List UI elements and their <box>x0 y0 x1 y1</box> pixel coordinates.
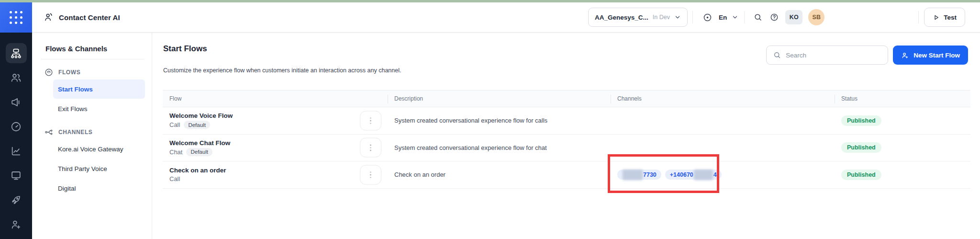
main-content: Start Flows Customize the experience flo… <box>152 33 980 239</box>
page: Contact Center AI AA_Genesys_C... In Dev… <box>0 0 980 239</box>
new-start-flow-button[interactable]: New Start Flow <box>893 46 968 65</box>
column-header-flow: Flow <box>163 91 388 107</box>
play-icon <box>933 14 940 21</box>
top-bar-right: AA_Genesys_C... In Dev En <box>588 8 965 27</box>
status-badge: Published <box>841 170 881 180</box>
channel-number-pill[interactable]: 7730 <box>617 170 661 180</box>
channels-cell: 7730 +1406704 <box>611 161 835 188</box>
row-actions-button[interactable] <box>360 138 381 158</box>
launch-icon[interactable] <box>6 190 27 210</box>
search-icon <box>773 51 781 59</box>
app-title-group: Contact Center AI <box>44 12 120 23</box>
sidebar-item-exit-flows[interactable]: Exit Flows <box>53 99 145 118</box>
target-icon[interactable] <box>702 12 713 23</box>
channel-number: 4 <box>713 171 717 178</box>
flows-icon[interactable] <box>6 43 27 63</box>
chevron-down-icon <box>674 14 681 21</box>
channel-number-pill[interactable]: +1406704 <box>665 170 722 180</box>
environment-status: In Dev <box>653 14 670 21</box>
divider <box>41 59 144 59</box>
default-tag: Default <box>186 148 212 156</box>
language-selector[interactable]: En <box>719 14 727 21</box>
column-header-channels: Channels <box>611 91 835 107</box>
channel-number: 7730 <box>643 171 657 178</box>
channels-cell <box>611 135 835 161</box>
sidebar-item-third-party-voice[interactable]: Third Party Voice <box>53 159 145 178</box>
help-icon[interactable] <box>769 12 779 22</box>
flow-name: Check on an order <box>169 167 226 174</box>
redacted-block <box>694 170 713 180</box>
search-box[interactable] <box>766 46 888 65</box>
test-button[interactable]: Test <box>924 8 965 27</box>
search-input[interactable] <box>786 52 881 59</box>
channels-cell <box>611 107 835 134</box>
top-bar: Contact Center AI AA_Genesys_C... In Dev… <box>0 2 980 33</box>
new-start-flow-label: New Start Flow <box>913 52 960 59</box>
chevron-down-icon[interactable] <box>732 14 738 21</box>
section-flows: FLOWS <box>32 68 152 77</box>
sidebar-item-digital[interactable]: Digital <box>53 179 145 198</box>
agents-icon[interactable] <box>6 68 27 88</box>
sidebar-item-start-flows[interactable]: Start Flows <box>53 80 145 99</box>
test-button-label: Test <box>944 14 957 21</box>
start-flows-table: Flow Description Channels Status Welcome… <box>163 90 970 189</box>
flow-name: Welcome Voice Flow <box>169 112 233 119</box>
dashboard-icon[interactable] <box>6 116 27 137</box>
flow-type: Chat <box>169 148 182 156</box>
column-header-status: Status <box>835 91 970 107</box>
table-row[interactable]: Welcome Chat Flow Chat Default System cr… <box>163 135 970 162</box>
status-cell: Published <box>835 107 970 134</box>
sidebar-item-kore-voice-gateway[interactable]: Kore.ai Voice Gateway <box>53 139 145 159</box>
section-label: FLOWS <box>58 69 80 76</box>
redacted-block <box>623 170 643 180</box>
row-actions-button[interactable] <box>360 111 381 130</box>
page-title: Start Flows <box>163 44 207 54</box>
status-badge: Published <box>841 142 881 153</box>
description-text: System created conversational experience… <box>394 144 547 151</box>
app-launcher-button[interactable] <box>0 2 32 33</box>
description-cell: System created conversational experience… <box>388 107 611 134</box>
status-badge: Published <box>841 115 881 126</box>
app-launcher-grid-icon <box>10 11 22 24</box>
flow-name: Welcome Chat Flow <box>169 139 230 147</box>
flow-type: Call <box>169 121 180 128</box>
left-icon-rail <box>0 33 32 239</box>
table-header: Flow Description Channels Status <box>163 90 970 107</box>
main-actions: New Start Flow <box>766 46 968 65</box>
status-cell: Published <box>835 135 970 161</box>
table-row[interactable]: Welcome Voice Flow Call Default System c… <box>163 107 970 135</box>
flow-cell: Welcome Voice Flow Call Default <box>163 107 388 134</box>
signal-icon <box>44 68 54 77</box>
description-cell: Check on an order <box>388 161 611 188</box>
flow-cell: Check on an order Call <box>163 161 388 188</box>
org-badge[interactable]: KO <box>785 10 802 24</box>
search-icon[interactable] <box>753 12 763 22</box>
sidebar-title: Flows & Channels <box>32 33 152 59</box>
status-cell: Published <box>835 161 970 188</box>
channel-number: +140670 <box>670 171 693 178</box>
environment-select[interactable]: AA_Genesys_C... In Dev <box>588 8 688 27</box>
table-row[interactable]: Check on an order Call Check on an order… <box>163 161 970 189</box>
flow-cell: Welcome Chat Flow Chat Default <box>163 135 388 161</box>
add-flow-icon <box>901 51 909 59</box>
row-actions-button[interactable] <box>360 165 381 184</box>
app-title: Contact Center AI <box>59 13 120 22</box>
divider <box>692 11 693 23</box>
invite-user-icon[interactable] <box>6 215 27 235</box>
column-header-description: Description <box>388 91 611 107</box>
environment-value: AA_Genesys_C... <box>595 14 648 21</box>
description-text: Check on an order <box>394 171 445 178</box>
contact-center-icon <box>44 12 54 23</box>
page-subtitle: Customize the experience flow when custo… <box>163 67 401 74</box>
default-tag: Default <box>184 121 210 129</box>
network-icon <box>44 127 54 137</box>
divider <box>918 11 919 23</box>
monitor-icon[interactable] <box>6 166 27 186</box>
avatar[interactable]: SB <box>808 9 824 25</box>
campaigns-icon[interactable] <box>6 92 27 112</box>
section-channels: CHANNELS <box>32 127 152 137</box>
analytics-icon[interactable] <box>6 141 27 161</box>
divider <box>744 11 745 23</box>
section-label: CHANNELS <box>58 129 92 136</box>
flows-channels-sidebar: Flows & Channels FLOWS Start Flows Exit … <box>32 33 152 239</box>
